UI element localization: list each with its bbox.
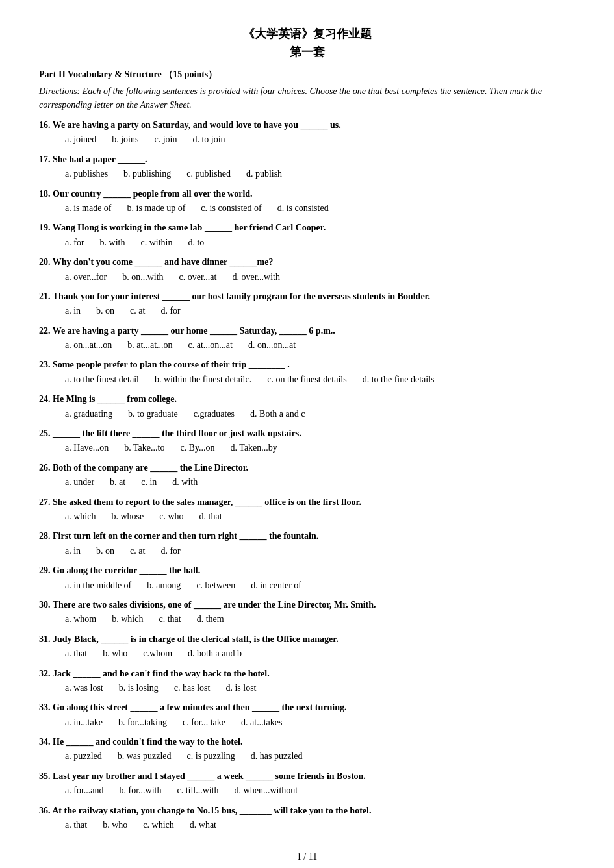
options-line: a. inb. onc. atd. for xyxy=(39,544,575,558)
question-block: 22. We are having a party ______ our hom… xyxy=(39,324,575,353)
question-block: 29. Go along the corridor ______ the hal… xyxy=(39,564,575,593)
question-text: 19. Wang Hong is working in the same lab… xyxy=(39,221,575,235)
option-item: c. that xyxy=(159,614,181,624)
options-line: a. is made ofb. is made up ofc. is consi… xyxy=(39,201,575,216)
option-item: b. was puzzled xyxy=(118,751,172,761)
question-text: 17. She had a paper ______. xyxy=(39,153,575,167)
option-item: b. whose xyxy=(111,512,144,521)
option-item: d. to join xyxy=(192,134,225,144)
question-text: 27. She asked them to report to the sale… xyxy=(39,495,575,510)
question-block: 32. Jack ______ and he can't find the wa… xyxy=(39,667,575,696)
option-item: d. both a and b xyxy=(188,649,242,658)
page-title: 《大学英语》复习作业题 xyxy=(39,26,575,42)
question-block: 16. We are having a party on Saturday, a… xyxy=(39,118,575,147)
option-item: d. Taken...by xyxy=(231,443,277,453)
questions-list: 16. We are having a party on Saturday, a… xyxy=(39,118,575,832)
option-item: c. which xyxy=(143,820,173,830)
option-item: a. is made of xyxy=(65,203,112,213)
option-item: a. whom xyxy=(65,614,96,624)
option-item: b. Take...to xyxy=(124,443,164,453)
option-item: d. is consisted xyxy=(277,203,329,213)
option-item: c. who xyxy=(159,512,183,521)
option-item: b. for...with xyxy=(119,786,161,795)
option-item: d. that xyxy=(199,512,222,521)
option-item: b. for...taking xyxy=(118,717,167,727)
options-line: a. forb. withc. withind. to xyxy=(39,236,575,250)
question-text: 32. Jack ______ and he can't find the wa… xyxy=(39,667,575,681)
option-item: d. has puzzled xyxy=(251,751,303,761)
question-text: 34. He ______ and couldn't find the way … xyxy=(39,735,575,749)
option-item: c. has lost xyxy=(174,683,211,693)
question-block: 27. She asked them to report to the sale… xyxy=(39,495,575,525)
options-line: a. to the finest detailb. within the fin… xyxy=(39,373,575,387)
option-item: a. over...for xyxy=(65,272,107,282)
question-text: 33. Go along this street ______ a few mi… xyxy=(39,701,575,715)
question-block: 17. She had a paper ______.a. publishesb… xyxy=(39,153,575,182)
directions: Directions: Each of the following senten… xyxy=(39,84,575,112)
option-item: c. between xyxy=(196,580,235,590)
option-item: c. at xyxy=(130,306,145,316)
question-text: 23. Some people prefer to plan the cours… xyxy=(39,358,575,372)
question-text: 35. Last year my brother and I stayed __… xyxy=(39,769,575,784)
options-line: a. on...at...onb. at...at...onc. at...on… xyxy=(39,338,575,353)
question-block: 25. ______ the lift there ______ the thi… xyxy=(39,427,575,456)
option-item: c. over...at xyxy=(179,272,217,282)
option-item: b. who xyxy=(103,820,127,830)
question-text: 31. Judy Black, ______ is in charge of t… xyxy=(39,632,575,647)
question-text: 36. At the railway station, you change t… xyxy=(39,804,575,818)
option-item: a. that xyxy=(65,649,87,658)
question-text: 30. There are two sales divisions, one o… xyxy=(39,598,575,612)
options-line: a. for...andb. for...withc. till...withd… xyxy=(39,784,575,798)
option-item: c. is puzzling xyxy=(187,751,235,761)
option-item: a. puzzled xyxy=(65,751,102,761)
option-item: d. to the fine details xyxy=(363,375,435,384)
question-text: 26. Both of the company are ______ the L… xyxy=(39,461,575,475)
question-block: 23. Some people prefer to plan the cours… xyxy=(39,358,575,387)
option-item: a. that xyxy=(65,820,87,830)
question-block: 31. Judy Black, ______ is in charge of t… xyxy=(39,632,575,662)
option-item: b. within the finest detailc. xyxy=(155,375,251,384)
option-item: a. Have...on xyxy=(65,443,109,453)
option-item: b. is losing xyxy=(119,683,159,693)
question-block: 36. At the railway station, you change t… xyxy=(39,804,575,833)
option-item: c. published xyxy=(186,169,231,179)
question-block: 24. He Ming is ______ from college.a. gr… xyxy=(39,392,575,421)
question-block: 18. Our country ______ people from all o… xyxy=(39,187,575,216)
option-item: c. By...on xyxy=(180,443,214,453)
option-item: a. in xyxy=(65,306,81,316)
option-item: d. when...without xyxy=(235,786,298,795)
page-subtitle: 第一套 xyxy=(39,44,575,60)
option-item: a. to the finest detail xyxy=(65,375,139,384)
option-item: a. graduating xyxy=(65,409,112,419)
question-text: 28. First turn left on the corner and th… xyxy=(39,529,575,543)
option-item: d. over...with xyxy=(232,272,280,282)
option-item: d. on...on...at xyxy=(248,340,296,350)
option-item: d. for xyxy=(160,306,180,316)
question-text: 24. He Ming is ______ from college. xyxy=(39,392,575,406)
options-line: a. over...forb. on...withc. over...atd. … xyxy=(39,270,575,284)
options-line: a. underb. atc. ind. with xyxy=(39,475,575,490)
option-item: b. is made up of xyxy=(127,203,186,213)
question-text: 29. Go along the corridor ______ the hal… xyxy=(39,564,575,578)
option-item: c. in xyxy=(141,477,157,487)
question-block: 34. He ______ and couldn't find the way … xyxy=(39,735,575,764)
option-item: a. for xyxy=(65,238,84,247)
option-item: b. which xyxy=(112,614,143,624)
option-item: d. what xyxy=(190,820,216,830)
question-text: 25. ______ the lift there ______ the thi… xyxy=(39,427,575,441)
option-item: a. in the middle of xyxy=(65,580,131,590)
option-item: a. for...and xyxy=(65,786,103,795)
option-item: c. join xyxy=(154,134,177,144)
option-item: a. in...take xyxy=(65,717,103,727)
option-item: b. on xyxy=(96,306,114,316)
option-item: d. to xyxy=(188,238,204,247)
question-block: 33. Go along this street ______ a few mi… xyxy=(39,701,575,730)
section-header: Part II Vocabulary & Structure （15 point… xyxy=(39,69,575,81)
option-item: b. to graduate xyxy=(128,409,178,419)
options-line: a. whichb. whosec. whod. that xyxy=(39,510,575,524)
options-line: a. thatb. whoc.whomd. both a and b xyxy=(39,647,575,661)
option-item: c. at xyxy=(130,546,145,556)
option-item: b. publishing xyxy=(123,169,171,179)
option-item: b. at...at...on xyxy=(127,340,172,350)
option-item: d. for xyxy=(160,546,180,556)
